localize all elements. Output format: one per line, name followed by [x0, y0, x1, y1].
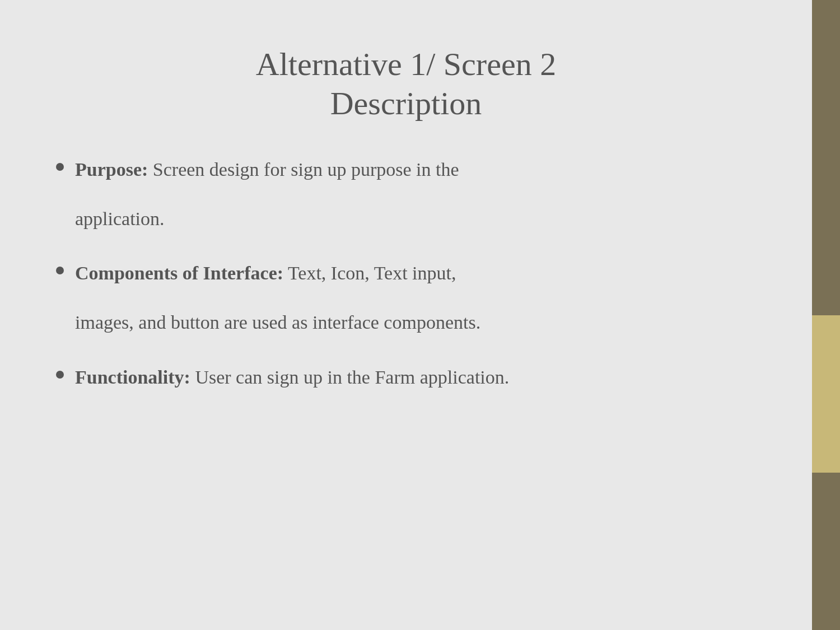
title-line1: Alternative 1/ Screen 2 [45, 45, 767, 84]
purpose-text-main: Screen design for sign up purpose in the [148, 159, 459, 180]
title-line2: Description [45, 84, 767, 123]
bullet-text-components: Components of Interface: Text, Icon, Tex… [75, 260, 767, 287]
bullet-dot-purpose [56, 163, 64, 171]
purpose-label: Purpose: [75, 159, 148, 180]
bullet-text-purpose: Purpose: Screen design for sign up purpo… [75, 156, 767, 183]
bullet-item-functionality: Functionality: User can sign up in the F… [56, 364, 767, 391]
list-item: Purpose: Screen design for sign up purpo… [56, 156, 767, 232]
right-sidebar [812, 0, 840, 630]
components-wrap-text: images, and button are used as interface… [56, 309, 767, 336]
main-content: Alternative 1/ Screen 2 Description Purp… [0, 0, 812, 630]
bullet-list: Purpose: Screen design for sign up purpo… [45, 156, 767, 418]
list-item: Functionality: User can sign up in the F… [56, 364, 767, 391]
bullet-dot-components [56, 267, 64, 274]
bullet-item-purpose: Purpose: Screen design for sign up purpo… [56, 156, 767, 183]
components-label: Components of Interface: [75, 263, 283, 283]
title-section: Alternative 1/ Screen 2 Description [45, 34, 767, 123]
bullet-dot-functionality [56, 371, 64, 379]
functionality-label: Functionality: [75, 367, 190, 388]
purpose-wrap-text: application. [56, 206, 767, 232]
components-text-main: Text, Icon, Text input, [283, 263, 456, 283]
functionality-text-main: User can sign up in the Farm application… [190, 367, 509, 388]
bullet-item-components: Components of Interface: Text, Icon, Tex… [56, 260, 767, 287]
list-item: Components of Interface: Text, Icon, Tex… [56, 260, 767, 335]
sidebar-bottom [812, 473, 840, 630]
bullet-text-functionality: Functionality: User can sign up in the F… [75, 364, 767, 391]
sidebar-top [812, 0, 840, 315]
sidebar-middle [812, 315, 840, 473]
